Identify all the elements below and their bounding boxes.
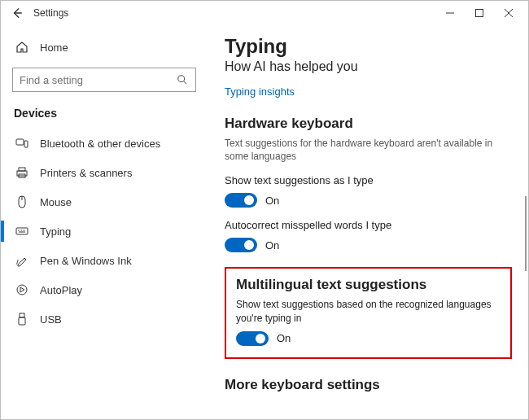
sidebar-item-label: Mouse (40, 196, 72, 208)
search-box[interactable] (12, 68, 196, 92)
multilingual-toggle[interactable] (236, 331, 269, 346)
minimize-button[interactable] (435, 2, 465, 24)
mouse-icon (15, 195, 28, 208)
sidebar-item-pen[interactable]: Pen & Windows Ink (12, 247, 196, 274)
usb-icon (15, 313, 28, 326)
devices-icon (15, 137, 28, 150)
settings-window: Settings Home Devices Bluetooth & other … (0, 0, 529, 420)
svg-point-1 (178, 76, 185, 82)
sidebar-item-printers[interactable]: Printers & scanners (12, 159, 196, 186)
hardware-keyboard-desc: Text suggestions for the hardware keyboa… (225, 137, 501, 163)
svg-rect-8 (16, 228, 28, 234)
setting-autocorrect-label: Autocorrect misspelled words I type (225, 219, 512, 231)
sidebar-item-typing[interactable]: Typing (12, 217, 196, 245)
sidebar-item-autoplay[interactable]: AutoPlay (12, 276, 196, 304)
setting-autocorrect-row: On (225, 238, 512, 252)
typing-insights-link[interactable]: Typing insights (225, 85, 295, 98)
maximize-icon (475, 9, 483, 17)
svg-rect-3 (24, 141, 28, 147)
maximize-button[interactable] (465, 2, 494, 24)
search-icon (176, 73, 189, 86)
pen-icon (15, 254, 28, 267)
setting-show-suggestions-state: On (265, 195, 279, 207)
main-panel: Typing How AI has helped you Typing insi… (208, 25, 528, 419)
search-input[interactable] (20, 74, 176, 86)
window-title: Settings (33, 7, 68, 19)
arrow-left-icon (11, 7, 23, 19)
sidebar-item-label: Typing (40, 225, 71, 238)
setting-show-suggestions-toggle[interactable] (225, 193, 257, 208)
svg-rect-11 (19, 317, 25, 325)
multilingual-state: On (277, 332, 291, 344)
close-button[interactable] (494, 2, 523, 24)
multilingual-highlight: Multilingual text suggestions Show text … (225, 267, 512, 358)
sidebar-item-mouse[interactable]: Mouse (12, 188, 196, 216)
content-area: Home Devices Bluetooth & other devices P… (1, 25, 528, 419)
home-icon (15, 41, 28, 54)
svg-rect-10 (20, 313, 24, 317)
printer-icon (15, 166, 28, 179)
multilingual-heading: Multilingual text suggestions (236, 277, 501, 293)
page-subtitle: How AI has helped you (225, 59, 512, 74)
sidebar-item-label: Printers & scanners (40, 167, 132, 179)
sidebar-home-label: Home (40, 42, 68, 54)
setting-autocorrect-state: On (265, 239, 279, 252)
sidebar-item-usb[interactable]: USB (12, 305, 196, 333)
close-icon (505, 9, 513, 17)
sidebar-item-bluetooth[interactable]: Bluetooth & other devices (12, 129, 196, 157)
keyboard-icon (15, 225, 28, 238)
sidebar-item-label: AutoPlay (40, 284, 82, 296)
sidebar-category: Devices (14, 107, 196, 120)
more-keyboard-heading: More keyboard settings (225, 377, 512, 393)
sidebar-item-label: USB (40, 313, 62, 326)
scrollbar-indicator[interactable] (525, 196, 527, 271)
main-scroll[interactable]: Typing How AI has helped you Typing insi… (208, 25, 528, 419)
setting-show-suggestions-row: On (225, 193, 512, 208)
titlebar: Settings (1, 1, 528, 25)
svg-point-9 (17, 285, 27, 295)
svg-rect-0 (476, 10, 483, 17)
autoplay-icon (15, 283, 28, 296)
setting-show-suggestions-label: Show text suggestions as I type (225, 174, 512, 186)
back-button[interactable] (6, 2, 28, 24)
hardware-keyboard-heading: Hardware keyboard (225, 116, 512, 132)
sidebar-item-label: Pen & Windows Ink (40, 255, 132, 267)
sidebar-home[interactable]: Home (12, 33, 196, 61)
svg-rect-5 (19, 168, 25, 171)
page-title: Typing (225, 35, 512, 58)
sidebar-item-label: Bluetooth & other devices (40, 138, 160, 150)
setting-autocorrect-toggle[interactable] (225, 238, 257, 252)
sidebar: Home Devices Bluetooth & other devices P… (1, 25, 208, 419)
multilingual-row: On (236, 331, 501, 346)
svg-rect-2 (16, 139, 24, 145)
multilingual-desc: Show text suggestions based on the recog… (236, 298, 501, 324)
minimize-icon (446, 9, 454, 17)
